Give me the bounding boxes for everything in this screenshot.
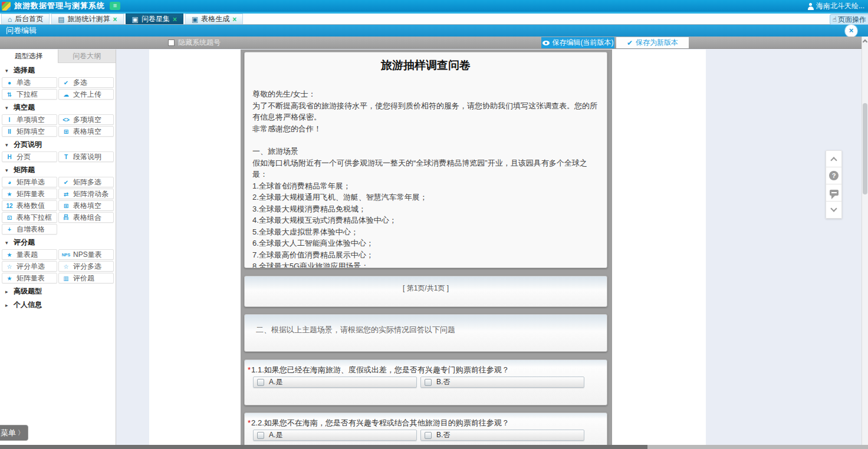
menu-button[interactable]: 菜单 〉 bbox=[0, 425, 28, 441]
sidebar-item-score-single[interactable]: ☆ 评分单选 bbox=[2, 261, 57, 272]
sidebar-item-page-break[interactable]: H 分页 bbox=[2, 151, 57, 162]
table-dropdown-icon: ⊡ bbox=[2, 214, 17, 221]
sidebar-item-scale-question[interactable]: ★ 量表题 bbox=[2, 249, 57, 260]
section-personal-info[interactable]: ▸ 个人信息 bbox=[0, 298, 116, 311]
option-b[interactable]: B.否 bbox=[420, 377, 584, 388]
sidebar-item-matrix-scale-2[interactable]: ★ 矩阵量表 bbox=[2, 273, 57, 283]
sidebar-item-nps-scale[interactable]: NPS NPS量表 bbox=[58, 249, 114, 260]
sidebar-item-single-choice[interactable]: ● 单选 bbox=[2, 77, 57, 88]
question-title: *2.2.如果您不在海南，您是否有兴趣专程或结合其他旅游目的购票前往参观？ bbox=[245, 413, 607, 428]
tab-home[interactable]: ⌂ 后台首页 bbox=[1, 14, 50, 24]
option-checkbox[interactable] bbox=[425, 379, 432, 386]
question-card-1[interactable]: *1.1.如果您已经在海南旅游、度假或出差，您是否有兴趣专门购票前往参观？ A.… bbox=[244, 359, 607, 405]
tab-table-generation[interactable]: ▣ 表格生成 × bbox=[185, 14, 243, 24]
tab-tourism-statistics[interactable]: ▤ 旅游统计测算 × bbox=[51, 14, 123, 24]
chevron-up-icon bbox=[830, 157, 837, 163]
option-checkbox[interactable] bbox=[257, 379, 264, 386]
user-account[interactable]: 海南北斗天绘... bbox=[808, 0, 864, 12]
section-title: 二、根据以上主题场景，请根据您的实际情况回答以下问题 bbox=[245, 315, 607, 335]
sidebar-item-matrix-multi[interactable]: ✔ 矩阵多选 bbox=[58, 177, 114, 187]
section-paging-items: H 分页 T 段落说明 bbox=[0, 151, 116, 163]
sidebar-item-score-multi[interactable]: ☆ 评分多选 bbox=[58, 261, 114, 272]
sidebar-item-dropdown[interactable]: ⇅ 下拉框 bbox=[2, 89, 57, 100]
collapse-icon: ▾ bbox=[5, 167, 10, 173]
scroll-bottom-button[interactable] bbox=[826, 202, 842, 219]
save-current-version-button[interactable]: 保存编辑(当前版本) bbox=[541, 37, 614, 48]
cloud-upload-icon: ☁ bbox=[59, 91, 73, 98]
tab-question-types[interactable]: 题型选择 bbox=[0, 49, 58, 63]
save-new-label: 保存为新版本 bbox=[636, 38, 678, 48]
question-card-2[interactable]: *2.2.如果您不在海南，您是否有兴趣专程或结合其他旅游目的购票前往参观？ A.… bbox=[244, 412, 607, 449]
sidebar-item-table-number[interactable]: 12 表格数值 bbox=[2, 200, 57, 211]
horizontal-scrollbar[interactable] bbox=[0, 445, 868, 449]
sidebar-item-matrix-scale[interactable]: ★ 矩阵量表 bbox=[2, 189, 57, 199]
section-fill-blank[interactable]: ▾ 填空题 bbox=[0, 100, 116, 114]
sidebar-item-matrix-single[interactable]: ◕ 矩阵单选 bbox=[2, 177, 57, 187]
close-editor-button[interactable]: × bbox=[845, 25, 857, 37]
page-operations-label: 页面操作 bbox=[838, 15, 866, 25]
page-indicator-card[interactable]: [ 第1页/共1页 ] bbox=[244, 276, 607, 307]
section-paging[interactable]: ▾ 分页说明 bbox=[0, 137, 116, 151]
option-label: A.是 bbox=[269, 430, 282, 440]
help-button[interactable]: ? bbox=[826, 167, 842, 184]
section-rating-items: ★ 量表题 NPS NPS量表 ☆ 评分单选 ☆ 评分多选 ★ 矩阵量表 ▥ 评… bbox=[0, 249, 116, 284]
feedback-button[interactable] bbox=[826, 184, 842, 202]
hide-system-number-checkbox[interactable] bbox=[168, 39, 175, 46]
section-choice[interactable]: ▾ 选择题 bbox=[0, 63, 116, 77]
report-icon: ▤ bbox=[58, 15, 64, 24]
sidebar-item-multi-blank[interactable]: <> 多项填空 bbox=[58, 114, 114, 125]
sidebar-item-table-fill[interactable]: ⊞ 表格填空 bbox=[58, 200, 114, 211]
nps-icon: NPS bbox=[59, 253, 73, 257]
close-tab-icon[interactable]: × bbox=[232, 15, 236, 24]
floating-toolbar: ? bbox=[826, 150, 842, 219]
content-gap bbox=[117, 49, 149, 445]
section-fill-blank-items: I 单项填空 <> 多项填空 II 矩阵填空 ⊞ 表格填空 bbox=[0, 114, 116, 137]
section-rating[interactable]: ▾ 评分题 bbox=[0, 235, 116, 249]
page-break-icon: H bbox=[2, 154, 17, 160]
sidebar-item-multi-choice[interactable]: ✔ 多选 bbox=[58, 77, 114, 88]
close-tab-icon[interactable]: × bbox=[173, 15, 177, 24]
close-tab-icon[interactable]: × bbox=[113, 15, 117, 24]
sidebar-item-single-blank[interactable]: I 单项填空 bbox=[2, 114, 57, 125]
survey-header-card[interactable]: 旅游抽样调查问卷 尊敬的先生/女士： 为了不断提高我省的旅游接待水平，使您得到质… bbox=[244, 52, 607, 268]
tab-bar: ⌂ 后台首页 ▤ 旅游统计测算 × ▣ 问卷星集 × ▣ 表格生成 × ☝ 页面… bbox=[0, 12, 868, 25]
sidebar-item-file-upload[interactable]: ☁ 文件上传 bbox=[58, 89, 114, 100]
hamburger-menu-icon[interactable]: ≡ bbox=[110, 2, 120, 10]
sidebar-item-matrix-blank[interactable]: II 矩阵填空 bbox=[2, 126, 57, 137]
tab-survey-outline[interactable]: 问卷大纲 bbox=[58, 49, 116, 62]
option-checkbox[interactable] bbox=[257, 432, 264, 439]
option-a[interactable]: A.是 bbox=[253, 430, 417, 441]
sidebar-item-evaluation[interactable]: ▥ 评价题 bbox=[58, 273, 114, 283]
save-new-version-button[interactable]: ✔ 保存为新版本 bbox=[616, 37, 689, 48]
sidebar-item-table-combo[interactable]: 吕 表格组合 bbox=[58, 212, 114, 223]
vertical-scrollbar-thumb[interactable] bbox=[863, 103, 867, 194]
matrix-blank-icon: II bbox=[2, 128, 17, 135]
matrix-multi-icon: ✔ bbox=[59, 179, 73, 186]
sidebar-item-auto-table[interactable]: + 自增表格 bbox=[2, 224, 57, 235]
horizontal-scrollbar-thumb[interactable] bbox=[0, 445, 647, 449]
section-matrix-items: ◕ 矩阵单选 ✔ 矩阵多选 ★ 矩阵量表 ⇄ 矩阵滑动条 12 表格数值 ⊞ 表… bbox=[0, 176, 116, 235]
option-label: B.否 bbox=[436, 430, 450, 440]
sidebar-item-matrix-slider[interactable]: ⇄ 矩阵滑动条 bbox=[58, 189, 114, 199]
option-a[interactable]: A.是 bbox=[253, 377, 417, 388]
sidebar-item-table-blank[interactable]: ⊞ 表格填空 bbox=[58, 126, 114, 137]
sidebar-item-paragraph-note[interactable]: T 段落说明 bbox=[58, 151, 114, 162]
sidebar-item-table-dropdown[interactable]: ⊡ 表格下拉框 bbox=[2, 212, 57, 223]
section-advanced[interactable]: ▸ 高级题型 bbox=[0, 284, 116, 298]
page-operations-button[interactable]: ☝ 页面操作 bbox=[830, 14, 868, 25]
tab-questionnaire[interactable]: ▣ 问卷星集 × bbox=[126, 14, 183, 24]
vertical-scrollbar[interactable] bbox=[862, 37, 868, 445]
section-title-card[interactable]: 二、根据以上主题场景，请根据您的实际情况回答以下问题 bbox=[244, 314, 607, 352]
scrollbar-up-arrow[interactable] bbox=[863, 39, 867, 44]
scroll-top-button[interactable] bbox=[826, 150, 842, 167]
required-mark: * bbox=[248, 418, 251, 427]
matrix-scale-icon: ★ bbox=[2, 191, 17, 197]
tab-label: 表格生成 bbox=[201, 14, 229, 24]
option-b[interactable]: B.否 bbox=[420, 430, 584, 441]
section-matrix[interactable]: ▾ 矩阵题 bbox=[0, 163, 116, 176]
option-checkbox[interactable] bbox=[425, 432, 432, 439]
survey-intro: 尊敬的先生/女士： 为了不断提高我省的旅游接待水平，使您得到质价相符的服务，请您… bbox=[252, 88, 599, 134]
monitor-icon: ▣ bbox=[192, 15, 198, 24]
app-title: 旅游数据管理与测算系统 bbox=[14, 1, 105, 11]
score-multi-icon: ☆ bbox=[59, 263, 73, 270]
